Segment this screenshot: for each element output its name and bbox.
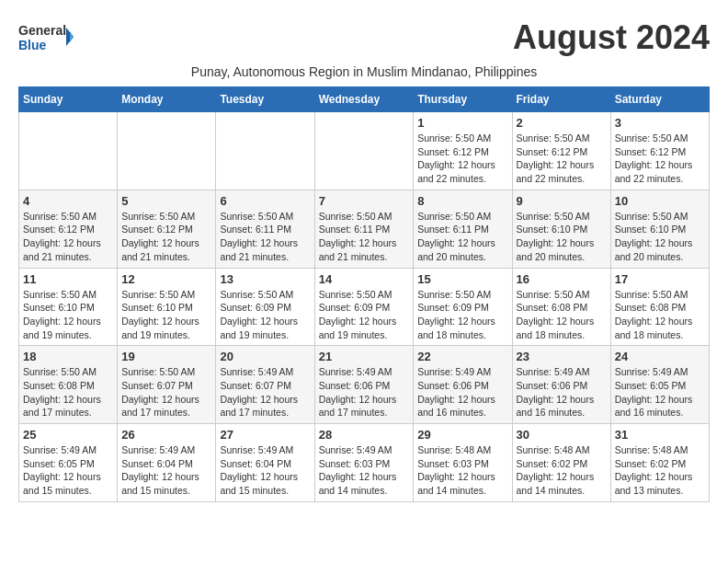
weekday-header-thursday: Thursday <box>414 87 512 112</box>
day-number: 20 <box>220 350 310 363</box>
day-info: Sunrise: 5:50 AMSunset: 6:12 PMDaylight:… <box>121 210 211 264</box>
day-info: Sunrise: 5:50 AMSunset: 6:10 PMDaylight:… <box>615 210 705 264</box>
calendar-cell: 10Sunrise: 5:50 AMSunset: 6:10 PMDayligh… <box>610 190 709 268</box>
day-info: Sunrise: 5:48 AMSunset: 6:02 PMDaylight:… <box>517 443 607 498</box>
day-number: 27 <box>220 428 310 442</box>
day-info: Sunrise: 5:49 AMSunset: 6:03 PMDaylight:… <box>319 443 410 498</box>
day-number: 17 <box>615 272 705 286</box>
day-number: 1 <box>417 116 507 130</box>
day-number: 6 <box>220 194 310 208</box>
day-number: 7 <box>319 194 410 208</box>
calendar-cell: 18Sunrise: 5:50 AMSunset: 6:08 PMDayligh… <box>19 346 118 424</box>
weekday-header-sunday: Sunday <box>19 87 118 112</box>
day-info: Sunrise: 5:50 AMSunset: 6:08 PMDaylight:… <box>23 365 113 419</box>
day-number: 5 <box>121 194 211 208</box>
day-info: Sunrise: 5:50 AMSunset: 6:12 PMDaylight:… <box>23 210 113 264</box>
day-number: 31 <box>615 428 705 442</box>
day-info: Sunrise: 5:50 AMSunset: 6:10 PMDaylight:… <box>517 210 607 264</box>
calendar-cell: 5Sunrise: 5:50 AMSunset: 6:12 PMDaylight… <box>118 190 216 268</box>
day-number: 25 <box>23 428 113 442</box>
day-number: 15 <box>417 272 507 286</box>
day-number: 18 <box>23 350 113 363</box>
calendar-cell: 13Sunrise: 5:50 AMSunset: 6:09 PMDayligh… <box>216 268 314 346</box>
day-info: Sunrise: 5:50 AMSunset: 6:08 PMDaylight:… <box>517 288 607 342</box>
calendar-cell: 12Sunrise: 5:50 AMSunset: 6:10 PMDayligh… <box>118 268 216 346</box>
svg-text:General: General <box>18 23 66 38</box>
calendar-cell: 4Sunrise: 5:50 AMSunset: 6:12 PMDaylight… <box>19 190 118 268</box>
day-info: Sunrise: 5:49 AMSunset: 6:06 PMDaylight:… <box>517 365 607 419</box>
day-info: Sunrise: 5:50 AMSunset: 6:08 PMDaylight:… <box>615 288 705 342</box>
day-number: 26 <box>121 428 211 442</box>
day-info: Sunrise: 5:50 AMSunset: 6:10 PMDaylight:… <box>23 288 113 342</box>
calendar-cell: 25Sunrise: 5:49 AMSunset: 6:05 PMDayligh… <box>19 424 118 502</box>
day-info: Sunrise: 5:48 AMSunset: 6:03 PMDaylight:… <box>417 443 507 498</box>
calendar-cell: 29Sunrise: 5:48 AMSunset: 6:03 PMDayligh… <box>414 424 512 502</box>
day-info: Sunrise: 5:50 AMSunset: 6:12 PMDaylight:… <box>615 132 705 186</box>
calendar-cell: 23Sunrise: 5:49 AMSunset: 6:06 PMDayligh… <box>512 346 610 424</box>
logo-image: General Blue <box>18 18 74 59</box>
day-info: Sunrise: 5:49 AMSunset: 6:04 PMDaylight:… <box>220 443 310 498</box>
day-number: 2 <box>517 116 607 130</box>
day-info: Sunrise: 5:50 AMSunset: 6:07 PMDaylight:… <box>121 365 211 419</box>
day-number: 10 <box>615 194 705 208</box>
day-info: Sunrise: 5:50 AMSunset: 6:12 PMDaylight:… <box>417 132 507 186</box>
calendar-cell: 24Sunrise: 5:49 AMSunset: 6:05 PMDayligh… <box>610 346 709 424</box>
calendar-cell: 22Sunrise: 5:49 AMSunset: 6:06 PMDayligh… <box>414 346 512 424</box>
calendar-cell: 27Sunrise: 5:49 AMSunset: 6:04 PMDayligh… <box>216 424 314 502</box>
calendar-cell: 1Sunrise: 5:50 AMSunset: 6:12 PMDaylight… <box>414 112 512 190</box>
day-info: Sunrise: 5:49 AMSunset: 6:06 PMDaylight:… <box>319 365 410 419</box>
calendar-cell: 15Sunrise: 5:50 AMSunset: 6:09 PMDayligh… <box>414 268 512 346</box>
month-year-title: August 2024 <box>513 18 710 57</box>
day-info: Sunrise: 5:50 AMSunset: 6:09 PMDaylight:… <box>319 288 410 342</box>
calendar-cell: 28Sunrise: 5:49 AMSunset: 6:03 PMDayligh… <box>314 424 414 502</box>
day-number: 11 <box>23 272 113 286</box>
day-number: 8 <box>417 194 507 208</box>
svg-text:Blue: Blue <box>18 38 47 52</box>
day-info: Sunrise: 5:49 AMSunset: 6:07 PMDaylight:… <box>220 365 310 419</box>
svg-marker-3 <box>70 31 74 42</box>
weekday-header-monday: Monday <box>118 87 216 112</box>
day-number: 28 <box>319 428 410 442</box>
day-info: Sunrise: 5:50 AMSunset: 6:10 PMDaylight:… <box>121 288 211 342</box>
day-info: Sunrise: 5:49 AMSunset: 6:05 PMDaylight:… <box>23 443 113 498</box>
calendar-subtitle: Punay, Autonomous Region in Muslim Minda… <box>18 64 710 79</box>
calendar-cell: 30Sunrise: 5:48 AMSunset: 6:02 PMDayligh… <box>512 424 610 502</box>
weekday-header-tuesday: Tuesday <box>216 87 314 112</box>
calendar-cell: 17Sunrise: 5:50 AMSunset: 6:08 PMDayligh… <box>610 268 709 346</box>
weekday-header-wednesday: Wednesday <box>314 87 414 112</box>
calendar-cell: 2Sunrise: 5:50 AMSunset: 6:12 PMDaylight… <box>512 112 610 190</box>
day-info: Sunrise: 5:48 AMSunset: 6:02 PMDaylight:… <box>615 443 705 498</box>
calendar-cell: 6Sunrise: 5:50 AMSunset: 6:11 PMDaylight… <box>216 190 314 268</box>
calendar-cell: 31Sunrise: 5:48 AMSunset: 6:02 PMDayligh… <box>610 424 709 502</box>
day-number: 12 <box>121 272 211 286</box>
day-number: 23 <box>517 350 607 363</box>
day-number: 19 <box>121 350 211 363</box>
day-info: Sunrise: 5:50 AMSunset: 6:11 PMDaylight:… <box>220 210 310 264</box>
day-number: 3 <box>615 116 705 130</box>
calendar-cell: 26Sunrise: 5:49 AMSunset: 6:04 PMDayligh… <box>118 424 216 502</box>
day-number: 14 <box>319 272 410 286</box>
calendar-cell <box>216 112 314 190</box>
day-number: 13 <box>220 272 310 286</box>
day-info: Sunrise: 5:50 AMSunset: 6:09 PMDaylight:… <box>417 288 507 342</box>
day-info: Sunrise: 5:50 AMSunset: 6:11 PMDaylight:… <box>319 210 410 264</box>
calendar-cell: 11Sunrise: 5:50 AMSunset: 6:10 PMDayligh… <box>19 268 118 346</box>
day-number: 4 <box>23 194 113 208</box>
calendar-cell: 21Sunrise: 5:49 AMSunset: 6:06 PMDayligh… <box>314 346 414 424</box>
calendar-cell: 9Sunrise: 5:50 AMSunset: 6:10 PMDaylight… <box>512 190 610 268</box>
weekday-header-friday: Friday <box>512 87 610 112</box>
calendar-cell: 19Sunrise: 5:50 AMSunset: 6:07 PMDayligh… <box>118 346 216 424</box>
calendar-table: SundayMondayTuesdayWednesdayThursdayFrid… <box>18 86 710 502</box>
day-info: Sunrise: 5:49 AMSunset: 6:06 PMDaylight:… <box>417 365 507 419</box>
calendar-cell: 7Sunrise: 5:50 AMSunset: 6:11 PMDaylight… <box>314 190 414 268</box>
day-info: Sunrise: 5:50 AMSunset: 6:11 PMDaylight:… <box>417 210 507 264</box>
day-number: 9 <box>517 194 607 208</box>
calendar-cell <box>118 112 216 190</box>
day-info: Sunrise: 5:50 AMSunset: 6:09 PMDaylight:… <box>220 288 310 342</box>
calendar-cell: 8Sunrise: 5:50 AMSunset: 6:11 PMDaylight… <box>414 190 512 268</box>
day-info: Sunrise: 5:49 AMSunset: 6:05 PMDaylight:… <box>615 365 705 419</box>
day-info: Sunrise: 5:50 AMSunset: 6:12 PMDaylight:… <box>517 132 607 186</box>
calendar-cell <box>19 112 118 190</box>
day-info: Sunrise: 5:49 AMSunset: 6:04 PMDaylight:… <box>121 443 211 498</box>
header: General Blue August 2024 <box>18 18 710 59</box>
